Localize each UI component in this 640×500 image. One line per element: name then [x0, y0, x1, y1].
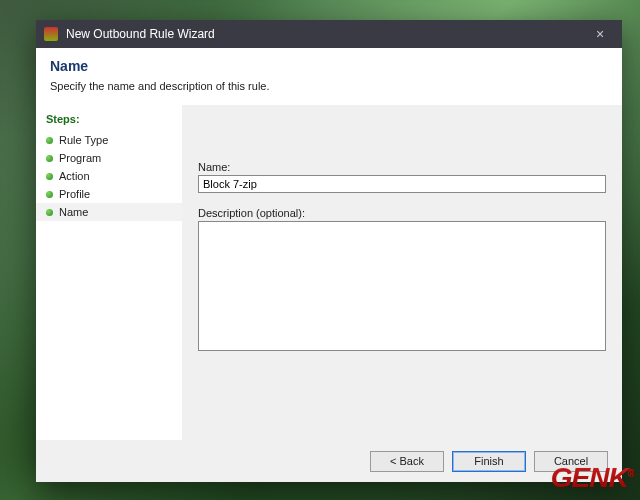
steps-sidebar: Steps: Rule Type Program Action Profile …	[36, 105, 182, 440]
titlebar: New Outbound Rule Wizard ×	[36, 20, 622, 48]
step-rule-type[interactable]: Rule Type	[36, 131, 182, 149]
name-input[interactable]	[198, 175, 606, 193]
firewall-icon	[44, 27, 58, 41]
step-action[interactable]: Action	[36, 167, 182, 185]
step-profile[interactable]: Profile	[36, 185, 182, 203]
step-label: Action	[59, 170, 90, 182]
step-name[interactable]: Name	[36, 203, 182, 221]
back-button[interactable]: < Back	[370, 451, 444, 472]
step-program[interactable]: Program	[36, 149, 182, 167]
window-title: New Outbound Rule Wizard	[66, 27, 586, 41]
step-label: Program	[59, 152, 101, 164]
steps-heading: Steps:	[36, 109, 182, 131]
wizard-footer: < Back Finish Cancel	[36, 440, 622, 482]
wizard-content: Name: Description (optional):	[182, 105, 622, 440]
description-input[interactable]	[198, 221, 606, 351]
bullet-icon	[46, 155, 53, 162]
page-subtitle: Specify the name and description of this…	[50, 80, 608, 92]
cancel-button[interactable]: Cancel	[534, 451, 608, 472]
wizard-header: Name Specify the name and description of…	[36, 48, 622, 105]
description-label: Description (optional):	[198, 207, 606, 219]
bullet-icon	[46, 209, 53, 216]
bullet-icon	[46, 173, 53, 180]
bullet-icon	[46, 191, 53, 198]
bullet-icon	[46, 137, 53, 144]
name-label: Name:	[198, 161, 606, 173]
close-icon[interactable]: ×	[586, 24, 614, 44]
wizard-body: Steps: Rule Type Program Action Profile …	[36, 105, 622, 440]
finish-button[interactable]: Finish	[452, 451, 526, 472]
step-label: Rule Type	[59, 134, 108, 146]
step-label: Name	[59, 206, 88, 218]
step-label: Profile	[59, 188, 90, 200]
page-title: Name	[50, 58, 608, 74]
wizard-dialog: New Outbound Rule Wizard × Name Specify …	[36, 20, 622, 482]
